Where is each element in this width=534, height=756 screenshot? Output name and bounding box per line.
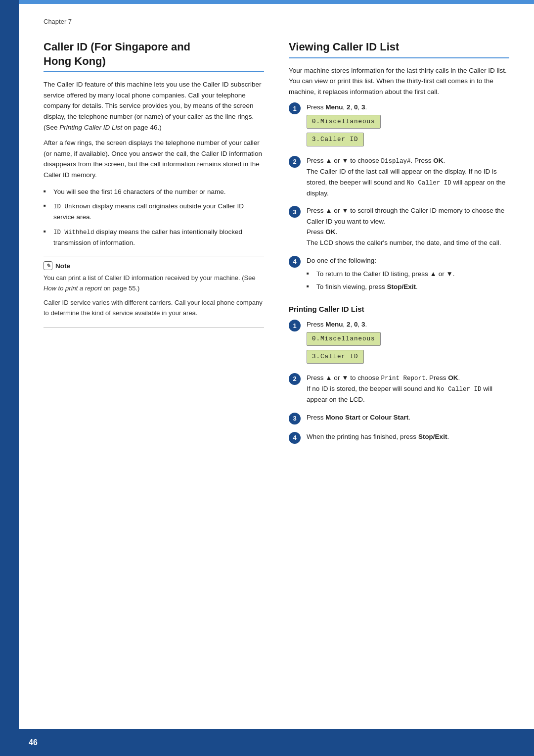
no-caller-id-mono-print: No Caller ID <box>437 386 481 393</box>
print-step-number-2: 2 <box>289 373 301 385</box>
how-to-print-ref: How to print a report <box>44 284 102 292</box>
note-icon: ✎ <box>44 261 52 270</box>
note-box: ✎ Note You can print a list of Caller ID… <box>44 256 264 328</box>
viewing-step-2: 2 Press ▲ or ▼ to choose Di​sp​la​y#. Pr… <box>289 155 509 198</box>
bullet-item-3: ID Withheld display means the caller has… <box>44 227 264 248</box>
no-caller-id-mono-2: No Caller ID <box>407 180 451 187</box>
step-4-bullet-2: To finish viewing, press Stop/Exit. <box>307 282 509 292</box>
print-step-2-content: Press ▲ or ▼ to choose Print Report. Pre… <box>307 373 509 405</box>
left-intro-para1: The Caller ID feature of this machine le… <box>44 79 264 133</box>
note-para2: Caller ID service varies with different … <box>44 298 264 319</box>
bullet-item-2: ID Unknown display means call originates… <box>44 201 264 223</box>
step-4-content: Do one of the following: To return to th… <box>307 255 509 294</box>
note-para1: You can print a list of Caller ID inform… <box>44 273 264 294</box>
left-section-title: Caller ID (For Singapore andHong Kong) <box>44 40 264 72</box>
id-unknown-mono: ID Unknown <box>53 203 90 210</box>
chapter-label: Chapter 7 <box>44 18 509 25</box>
bottom-bar: 46 <box>0 729 534 756</box>
stop-exit-bold-1: Stop/Exit <box>387 283 416 290</box>
print-step-number-1: 1 <box>289 320 301 331</box>
viewing-step-3: 3 Press ▲ or ▼ to scroll through the Cal… <box>289 205 509 248</box>
viewing-step-1: 1 Press Menu, 2, 0, 3. 0.Miscellaneous 3… <box>289 102 509 148</box>
mono-start-bold: Mono Start <box>325 414 360 421</box>
step-2-content: Press ▲ or ▼ to choose Di​sp​la​y#. Pres… <box>307 155 509 198</box>
sidebar-accent <box>0 0 19 756</box>
print-step-4-content: When the printing has finished, press St… <box>307 431 509 442</box>
page-content: Chapter 7 Caller ID (For Singapore andHo… <box>19 4 534 490</box>
right-section-title: Viewing Caller ID List <box>289 40 509 58</box>
printing-steps: 1 Press Menu, 2, 0, 3. 0.Miscellaneous 3… <box>289 319 509 443</box>
right-intro: Your machine stores information for the … <box>289 65 509 97</box>
lcd-caller-id-2: 3.Caller ID <box>307 350 364 364</box>
viewing-steps: 1 Press Menu, 2, 0, 3. 0.Miscellaneous 3… <box>289 102 509 294</box>
left-column: Caller ID (For Singapore andHong Kong) T… <box>44 40 264 336</box>
lcd-miscellaneous-1: 0.Miscellaneous <box>307 115 381 129</box>
printing-step-4: 4 When the printing has finished, press … <box>289 431 509 444</box>
step-number-3: 3 <box>289 206 301 218</box>
left-intro-para2: After a few rings, the screen displays t… <box>44 138 264 180</box>
bullet-item-1: You will see the first 16 characters of … <box>44 187 264 197</box>
step-number-2: 2 <box>289 156 301 168</box>
top-bar <box>19 0 534 4</box>
printing-subsection-title: Printing Caller ID List <box>289 305 509 313</box>
print-step-number-4: 4 <box>289 432 301 444</box>
print-step-3-content: Press Mono Start or Colour Start. <box>307 412 509 423</box>
ok-bold-3: OK <box>325 228 335 236</box>
printing-step-3: 3 Press Mono Start or Colour Start. <box>289 412 509 425</box>
step-number-4: 4 <box>289 256 301 268</box>
print-step-1-content: Press Menu, 2, 0, 3. 0.Miscellaneous 3.C… <box>307 319 509 366</box>
viewing-step-4: 4 Do one of the following: To return to … <box>289 255 509 294</box>
menu-bold-print1: Menu <box>325 321 343 328</box>
two-column-layout: Caller ID (For Singapore andHong Kong) T… <box>44 40 509 451</box>
step-4-bullets: To return to the Caller ID listing, pres… <box>307 269 509 292</box>
stop-exit-bold-2: Stop/Exit <box>418 433 447 440</box>
menu-bold-1: Menu <box>325 103 343 111</box>
print-report-mono: Print Report <box>381 375 426 382</box>
print-step-number-3: 3 <box>289 413 301 425</box>
feature-bullet-list: You will see the first 16 characters of … <box>44 187 264 248</box>
printing-step-2: 2 Press ▲ or ▼ to choose Print Report. P… <box>289 373 509 405</box>
step-3-content: Press ▲ or ▼ to scroll through the Calle… <box>307 205 509 248</box>
step-1-content: Press Menu, 2, 0, 3. 0.Miscellaneous 3.C… <box>307 102 509 148</box>
note-title: ✎ Note <box>44 261 264 270</box>
printing-ref-link: Printing Caller ID List <box>59 124 122 131</box>
step-4-bullet-1: To return to the Caller ID listing, pres… <box>307 269 509 280</box>
ok-bold-2: OK <box>433 157 443 164</box>
note-label: Note <box>55 262 70 270</box>
ok-bold-print2: OK <box>448 374 458 381</box>
display-hash-mono: Di​sp​la​y# <box>381 158 411 165</box>
id-withheld-mono: ID Withheld <box>53 229 94 236</box>
lcd-miscellaneous-2: 0.Miscellaneous <box>307 332 381 346</box>
step-number-1: 1 <box>289 102 301 114</box>
printing-step-1: 1 Press Menu, 2, 0, 3. 0.Miscellaneous 3… <box>289 319 509 366</box>
lcd-caller-id-1: 3.Caller ID <box>307 133 364 146</box>
right-column: Viewing Caller ID List Your machine stor… <box>289 40 509 451</box>
page-number: 46 <box>29 738 38 747</box>
colour-start-bold: Colour Start <box>370 414 408 421</box>
